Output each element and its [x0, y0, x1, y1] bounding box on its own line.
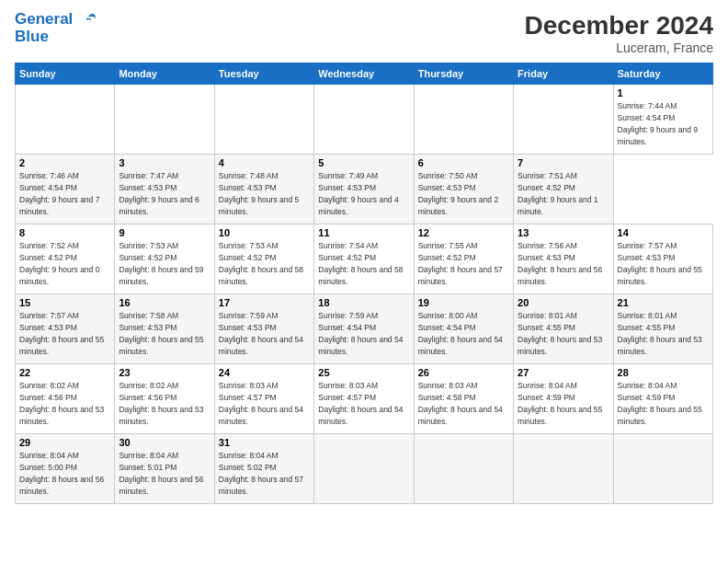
- col-wednesday: Wednesday: [314, 63, 414, 85]
- day-detail: Sunrise: 7:58 AMSunset: 4:53 PMDaylight:…: [119, 311, 203, 356]
- table-cell: 10Sunrise: 7:53 AMSunset: 4:52 PMDayligh…: [214, 224, 313, 294]
- day-number: 20: [518, 297, 609, 308]
- table-cell: 19Sunrise: 8:00 AMSunset: 4:54 PMDayligh…: [414, 294, 513, 364]
- table-cell: 1Sunrise: 7:44 AMSunset: 4:54 PMDaylight…: [613, 85, 712, 155]
- table-cell: 3Sunrise: 7:47 AMSunset: 4:53 PMDaylight…: [115, 155, 214, 224]
- day-detail: Sunrise: 7:50 AMSunset: 4:53 PMDaylight:…: [418, 171, 498, 216]
- day-number: 28: [618, 367, 709, 378]
- calendar-week-row: 29Sunrise: 8:04 AMSunset: 5:00 PMDayligh…: [16, 434, 713, 504]
- day-detail: Sunrise: 7:48 AMSunset: 4:53 PMDaylight:…: [219, 171, 299, 216]
- table-cell: [115, 85, 214, 155]
- day-detail: Sunrise: 8:04 AMSunset: 4:59 PMDaylight:…: [618, 381, 702, 426]
- day-number: 7: [518, 157, 609, 168]
- day-detail: Sunrise: 8:03 AMSunset: 4:57 PMDaylight:…: [318, 381, 403, 426]
- month-title: December 2024: [525, 11, 713, 40]
- day-number: 4: [219, 157, 310, 168]
- day-detail: Sunrise: 8:00 AMSunset: 4:54 PMDaylight:…: [418, 311, 503, 356]
- day-number: 26: [418, 367, 509, 378]
- table-cell: 13Sunrise: 7:56 AMSunset: 4:53 PMDayligh…: [514, 224, 613, 294]
- day-detail: Sunrise: 8:02 AMSunset: 4:56 PMDaylight:…: [19, 381, 104, 426]
- day-number: 15: [19, 297, 110, 308]
- day-detail: Sunrise: 7:46 AMSunset: 4:54 PMDaylight:…: [19, 171, 99, 216]
- day-number: 16: [119, 297, 210, 308]
- day-detail: Sunrise: 7:59 AMSunset: 4:53 PMDaylight:…: [219, 311, 303, 356]
- calendar-week-row: 8Sunrise: 7:52 AMSunset: 4:52 PMDaylight…: [16, 224, 713, 294]
- day-detail: Sunrise: 7:57 AMSunset: 4:53 PMDaylight:…: [618, 241, 702, 286]
- table-cell: 22Sunrise: 8:02 AMSunset: 4:56 PMDayligh…: [16, 364, 115, 434]
- day-number: 21: [618, 297, 709, 308]
- table-cell: 21Sunrise: 8:01 AMSunset: 4:55 PMDayligh…: [613, 294, 712, 364]
- day-detail: Sunrise: 8:03 AMSunset: 4:57 PMDaylight:…: [219, 381, 303, 426]
- table-cell: 18Sunrise: 7:59 AMSunset: 4:54 PMDayligh…: [314, 294, 414, 364]
- day-detail: Sunrise: 7:57 AMSunset: 4:53 PMDaylight:…: [19, 311, 104, 356]
- day-detail: Sunrise: 7:47 AMSunset: 4:53 PMDaylight:…: [119, 171, 199, 216]
- table-cell: 4Sunrise: 7:48 AMSunset: 4:53 PMDaylight…: [214, 155, 313, 224]
- logo-bird-icon: [79, 12, 99, 29]
- day-number: 3: [119, 157, 210, 168]
- calendar-week-row: 2Sunrise: 7:46 AMSunset: 4:54 PMDaylight…: [16, 155, 713, 224]
- day-number: 17: [219, 297, 310, 308]
- day-detail: Sunrise: 8:02 AMSunset: 4:56 PMDaylight:…: [119, 381, 203, 426]
- day-number: 5: [318, 157, 409, 168]
- day-number: 23: [119, 367, 210, 378]
- table-cell: 6Sunrise: 7:50 AMSunset: 4:53 PMDaylight…: [414, 155, 513, 224]
- table-cell: 16Sunrise: 7:58 AMSunset: 4:53 PMDayligh…: [115, 294, 214, 364]
- table-cell: 24Sunrise: 8:03 AMSunset: 4:57 PMDayligh…: [214, 364, 313, 434]
- day-number: 30: [119, 437, 210, 448]
- table-cell: 29Sunrise: 8:04 AMSunset: 5:00 PMDayligh…: [16, 434, 115, 504]
- day-detail: Sunrise: 8:04 AMSunset: 5:00 PMDaylight:…: [19, 451, 104, 496]
- col-sunday: Sunday: [16, 63, 115, 85]
- day-number: 24: [219, 367, 310, 378]
- title-block: December 2024 Luceram, France: [525, 11, 713, 55]
- day-number: 2: [19, 157, 110, 168]
- table-cell: 31Sunrise: 8:04 AMSunset: 5:02 PMDayligh…: [214, 434, 313, 504]
- table-cell: 17Sunrise: 7:59 AMSunset: 4:53 PMDayligh…: [214, 294, 313, 364]
- day-number: 27: [518, 367, 609, 378]
- day-detail: Sunrise: 8:01 AMSunset: 4:55 PMDaylight:…: [618, 311, 702, 356]
- table-cell: [514, 85, 613, 155]
- table-cell: [613, 434, 712, 504]
- day-detail: Sunrise: 7:54 AMSunset: 4:52 PMDaylight:…: [318, 241, 403, 286]
- day-number: 29: [19, 437, 110, 448]
- day-number: 9: [119, 227, 210, 238]
- col-monday: Monday: [115, 63, 214, 85]
- day-detail: Sunrise: 7:49 AMSunset: 4:53 PMDaylight:…: [318, 171, 398, 216]
- table-cell: 26Sunrise: 8:03 AMSunset: 4:58 PMDayligh…: [414, 364, 513, 434]
- table-cell: 8Sunrise: 7:52 AMSunset: 4:52 PMDaylight…: [16, 224, 115, 294]
- day-detail: Sunrise: 7:53 AMSunset: 4:52 PMDaylight:…: [119, 241, 203, 286]
- day-detail: Sunrise: 7:59 AMSunset: 4:54 PMDaylight:…: [318, 311, 403, 356]
- table-cell: 9Sunrise: 7:53 AMSunset: 4:52 PMDaylight…: [115, 224, 214, 294]
- calendar-week-row: 22Sunrise: 8:02 AMSunset: 4:56 PMDayligh…: [16, 364, 713, 434]
- day-number: 25: [318, 367, 409, 378]
- table-cell: [314, 434, 414, 504]
- calendar-page: General Blue December 2024 Luceram, Fran…: [0, 0, 728, 563]
- day-detail: Sunrise: 8:04 AMSunset: 5:01 PMDaylight:…: [119, 451, 203, 496]
- table-cell: 15Sunrise: 7:57 AMSunset: 4:53 PMDayligh…: [16, 294, 115, 364]
- col-saturday: Saturday: [613, 63, 712, 85]
- calendar-week-row: 15Sunrise: 7:57 AMSunset: 4:53 PMDayligh…: [16, 294, 713, 364]
- table-cell: 11Sunrise: 7:54 AMSunset: 4:52 PMDayligh…: [314, 224, 414, 294]
- col-friday: Friday: [514, 63, 613, 85]
- day-detail: Sunrise: 8:04 AMSunset: 4:59 PMDaylight:…: [518, 381, 602, 426]
- day-detail: Sunrise: 8:03 AMSunset: 4:58 PMDaylight:…: [418, 381, 503, 426]
- day-detail: Sunrise: 8:01 AMSunset: 4:55 PMDaylight:…: [518, 311, 602, 356]
- day-number: 8: [19, 227, 110, 238]
- table-cell: [414, 434, 513, 504]
- table-cell: [214, 85, 313, 155]
- table-cell: 20Sunrise: 8:01 AMSunset: 4:55 PMDayligh…: [514, 294, 613, 364]
- day-number: 12: [418, 227, 509, 238]
- day-number: 6: [418, 157, 509, 168]
- day-number: 11: [318, 227, 409, 238]
- day-detail: Sunrise: 7:52 AMSunset: 4:52 PMDaylight:…: [19, 241, 99, 286]
- day-detail: Sunrise: 8:04 AMSunset: 5:02 PMDaylight:…: [219, 451, 303, 496]
- table-cell: [314, 85, 414, 155]
- location: Luceram, France: [525, 40, 713, 55]
- table-cell: [16, 85, 115, 155]
- table-cell: 7Sunrise: 7:51 AMSunset: 4:52 PMDaylight…: [514, 155, 613, 224]
- day-number: 22: [19, 367, 110, 378]
- logo-blue: Blue: [15, 29, 99, 46]
- day-number: 14: [618, 227, 709, 238]
- table-cell: 25Sunrise: 8:03 AMSunset: 4:57 PMDayligh…: [314, 364, 414, 434]
- calendar-header-row: Sunday Monday Tuesday Wednesday Thursday…: [16, 63, 713, 85]
- table-cell: 12Sunrise: 7:55 AMSunset: 4:52 PMDayligh…: [414, 224, 513, 294]
